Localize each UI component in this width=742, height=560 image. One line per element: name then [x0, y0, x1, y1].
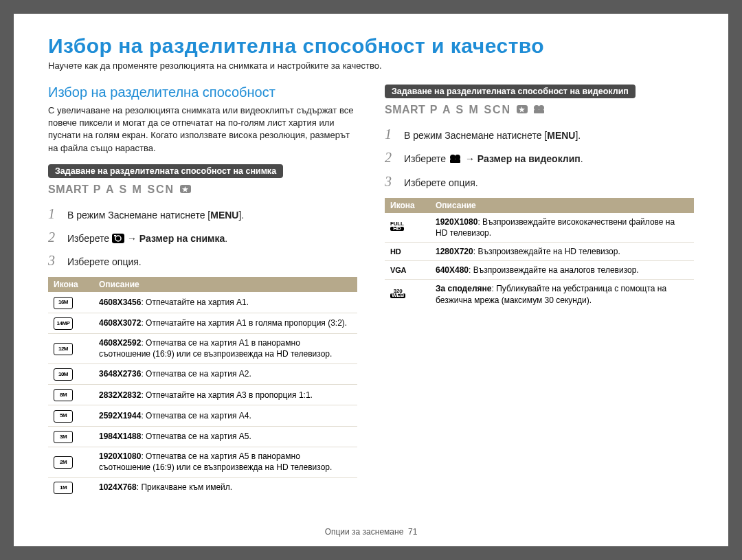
table-row: 320WEBЗа споделяне: Публикувайте на уебс…	[385, 280, 694, 309]
resolution-icon-cell: 8M	[48, 384, 93, 405]
video-description: 640X480: Възпроизвеждайте на аналогов те…	[430, 261, 694, 280]
camera-icon	[112, 234, 124, 247]
resolution-icon: 10M	[54, 368, 73, 381]
footer-label: Опции за заснемане	[325, 527, 404, 537]
hd-icon: HD	[390, 247, 401, 256]
table-row: 8M2832X2832: Отпечатайте на хартия A3 в …	[48, 384, 357, 405]
mode-letters: P A S M SCN	[430, 104, 511, 115]
left-column: Избор на разделителна способност С увели…	[48, 85, 357, 497]
resolution-icon: 14MP	[54, 317, 73, 330]
resolution-description: 4608X2592: Отпечатва се на хартия A1 в п…	[93, 334, 357, 363]
svg-rect-12	[450, 159, 460, 163]
web-icon: 320WEB	[390, 289, 405, 299]
table-row: 2M1920X1080: Отпечатва се на хартия A5 в…	[48, 447, 357, 477]
table-row: 14MP4608X3072: Отпечатайте на хартия A1 …	[48, 313, 357, 333]
th-icon: Икона	[385, 198, 430, 213]
th-desc: Описание	[93, 277, 357, 292]
resolution-description: 1024X768: Прикачване към имейл.	[93, 477, 357, 497]
resolution-description: 2832X2832: Отпечатайте на хартия A3 в пр…	[93, 384, 357, 405]
step-text: Изберете опция.	[404, 177, 478, 190]
th-icon: Икона	[48, 277, 93, 292]
video-mode-icon	[532, 104, 546, 117]
table-row: VGA640X480: Възпроизвеждайте на аналогов…	[385, 261, 694, 280]
svg-rect-9	[534, 110, 544, 113]
mode-letters: P A S M SCN	[93, 183, 175, 195]
step-number: 3	[385, 172, 397, 191]
fullhd-icon: FULLHD	[390, 222, 404, 232]
resolution-icon: 8M	[54, 389, 73, 401]
svg-text:★: ★	[181, 186, 189, 193]
right-column: Задаване на разделителната способност на…	[385, 85, 694, 497]
svg-text:★: ★	[518, 106, 526, 113]
video-description: За споделяне: Публикувайте на уебстраниц…	[430, 280, 694, 309]
resolution-icon-cell: 1M	[48, 477, 93, 497]
step-text: Изберете → Размер на снимка.	[67, 232, 227, 247]
resolution-description: 4608X3456: Отпечатайте на хартия A1.	[93, 292, 357, 313]
resolution-icon: 2M	[54, 456, 73, 469]
resolution-description: 1984X1488: Отпечатва се на хартия A5.	[93, 426, 357, 447]
resolution-description: 4608X3072: Отпечатайте на хартия A1 в го…	[93, 313, 357, 333]
resolution-description: 2592X1944: Отпечатва се на хартия A4.	[93, 405, 357, 426]
resolution-icon-cell: 2M	[48, 447, 93, 477]
footer: Опции за заснемане 71	[14, 527, 728, 537]
resolution-icon: 5M	[54, 410, 73, 423]
step-number: 3	[48, 251, 60, 270]
mode-line-video: SMART P A S M SCN ★	[385, 104, 694, 117]
resolution-icon-cell: 10M	[48, 363, 93, 384]
table-row: HD1280X720: Възпроизвеждайте на HD телев…	[385, 242, 694, 260]
resolution-icon: 3M	[54, 431, 73, 443]
resolution-description: 3648X2736: Отпечатва се на хартия A2.	[93, 363, 357, 384]
mode-smart: SMART	[385, 104, 425, 115]
steps-video: 1 В режим Заснемане натиснете [MENU]. 2 …	[385, 124, 694, 191]
photo-resolution-table: Икона Описание 16M4608X3456: Отпечатайте…	[48, 277, 357, 497]
video-resolution-table: Икона Описание FULLHD1920X1080: Възпроиз…	[385, 198, 694, 309]
svg-point-7	[534, 105, 539, 111]
resolution-icon-cell: 12M	[48, 334, 93, 363]
svg-point-10	[450, 155, 456, 160]
step-text: Изберете опция.	[67, 256, 142, 269]
page: Избор на разделителна способност и качес…	[14, 14, 728, 546]
table-row: 10M3648X2736: Отпечатва се на хартия A2.	[48, 363, 357, 384]
video-description: 1920X1080: Възпроизвеждайте висококачест…	[430, 213, 694, 243]
step-number: 1	[385, 124, 397, 144]
magic-plus-icon: ★	[179, 183, 192, 197]
video-description: 1280X720: Възпроизвеждайте на HD телевиз…	[430, 242, 694, 260]
svg-rect-4	[114, 235, 116, 236]
table-row: FULLHD1920X1080: Възпроизвеждайте високо…	[385, 213, 694, 243]
svg-point-8	[539, 105, 544, 111]
resolution-icon-cell: 3M	[48, 426, 93, 447]
table-row: 12M4608X2592: Отпечатва се на хартия A1 …	[48, 334, 357, 363]
resolution-icon-cell: 5M	[48, 405, 93, 426]
video-resolution-heading: Задаване на разделителната способност на…	[385, 85, 636, 98]
mode-line-photo: SMART P A S M SCN ★	[48, 183, 357, 197]
th-desc: Описание	[430, 198, 694, 213]
resolution-icon: 16M	[54, 297, 73, 309]
photo-resolution-heading: Задаване на разделителната способност на…	[48, 164, 283, 178]
vga-icon: VGA	[390, 266, 406, 274]
menu-button-label: MENU	[210, 210, 238, 221]
resolution-icon: 1M	[54, 482, 73, 494]
svg-rect-2	[112, 234, 124, 243]
steps-photo: 1 В режим Заснемане натиснете [MENU]. 2 …	[48, 204, 357, 271]
step-number: 1	[48, 204, 60, 223]
page-title: Избор на разделителна способност и качес…	[48, 34, 694, 58]
video-icon-cell: HD	[385, 242, 430, 260]
video-icon-cell: FULLHD	[385, 213, 430, 243]
two-column-layout: Избор на разделителна способност С увели…	[48, 85, 694, 497]
step-1: 1 В режим Заснемане натиснете [MENU].	[48, 204, 357, 223]
step-text: В режим Заснемане натиснете [MENU].	[404, 129, 581, 143]
table-row: 1M1024X768: Прикачване към имейл.	[48, 477, 357, 497]
step-2: 2 Изберете → Размер на снимка.	[48, 227, 357, 247]
section-title: Избор на разделителна способност	[48, 85, 357, 100]
resolution-icon: 12M	[54, 343, 73, 355]
resolution-icon-cell: 14MP	[48, 313, 93, 333]
step-text: В режим Заснемане натиснете [MENU].	[67, 209, 244, 223]
table-row: 3M1984X1488: Отпечатва се на хартия A5.	[48, 426, 357, 447]
mode-smart: SMART	[48, 183, 89, 195]
step-1: 1 В режим Заснемане натиснете [MENU].	[385, 124, 694, 144]
page-number: 71	[408, 527, 417, 537]
intro-text: Научете как да променяте резолюцията на …	[48, 60, 694, 71]
video-icon	[449, 154, 462, 168]
menu-button-label: MENU	[547, 130, 575, 141]
step-2: 2 Изберете → Размер на видеоклип.	[385, 148, 694, 168]
